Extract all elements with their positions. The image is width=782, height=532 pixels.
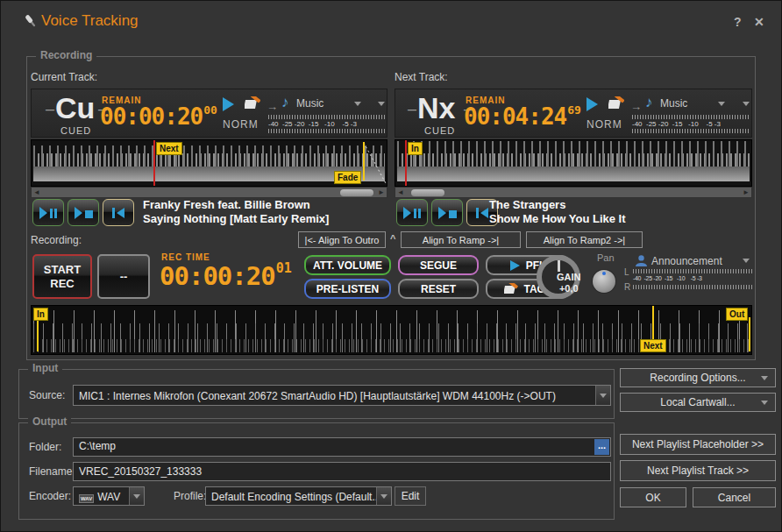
align-to-outro-button[interactable]: |<- Align To Outro <box>298 231 386 248</box>
next-remain-time: 00:04:2469 <box>464 103 581 130</box>
pan-knob[interactable] <box>593 270 615 293</box>
next-playlist-placeholder-button[interactable]: Next Playlist Placeholder >> <box>620 434 776 455</box>
chevron-down-icon[interactable] <box>743 102 750 106</box>
reset-button[interactable]: RESET <box>398 279 479 299</box>
ok-button[interactable]: OK <box>620 487 686 507</box>
profile-select[interactable]: Default Encoding Settings (Default... <box>205 486 392 506</box>
announcement-category[interactable]: Announcement <box>651 255 722 267</box>
source-select[interactable]: MIC1 : Internes Mikrofon (Conexant 20672… <box>73 385 611 406</box>
in-marker-line[interactable] <box>405 140 407 186</box>
source-label: Source: <box>29 389 65 401</box>
gain-value: GAIN +0,0 <box>557 272 581 294</box>
encoder-select[interactable]: WAVWAV <box>73 486 145 506</box>
current-wave-scrollbar[interactable]: ◄ ► <box>31 187 387 198</box>
profile-dropdown-button[interactable] <box>376 487 391 505</box>
next-play-pause-button[interactable] <box>396 199 428 226</box>
cancel-button[interactable]: Cancel <box>693 487 776 507</box>
profile-value: Default Encoding Settings (Default... <box>211 491 380 503</box>
folder-field[interactable]: C:\temp ... <box>73 437 611 457</box>
scroll-right-icon[interactable]: ► <box>378 188 385 196</box>
play-indicator-icon <box>586 97 598 111</box>
input-group: Input Source: MIC1 : Internes Mikrofon (… <box>18 369 615 419</box>
output-group-title: Output <box>28 415 71 428</box>
wav-file-icon: WAV <box>79 494 94 503</box>
chevron-down-icon[interactable] <box>378 102 385 106</box>
align-to-ramp2-button[interactable]: Align To Ramp2 ->| <box>526 231 643 248</box>
browse-folder-button[interactable]: ... <box>594 439 609 455</box>
pre-listen-button[interactable]: PRE-LISTEN <box>304 279 391 299</box>
current-meter-scale: -40 -25 -20 -15 -10 -5 -3 <box>268 120 385 128</box>
dash-button[interactable]: -- <box>97 254 150 299</box>
next-marker-line[interactable] <box>153 140 155 186</box>
timeline-out-label[interactable]: Out <box>726 308 748 321</box>
current-waveform[interactable]: Next Fade <box>31 139 387 187</box>
timeline-in-label[interactable]: In <box>33 308 48 321</box>
align-to-ramp-button[interactable]: Align To Ramp ->| <box>401 231 521 248</box>
encoder-label: Encoder: <box>29 490 71 502</box>
skip-start-icon <box>110 207 126 219</box>
current-norm-label: NORM <box>223 118 259 131</box>
scroll-left-icon[interactable]: ◄ <box>33 188 40 196</box>
pan-knob-pointer <box>602 272 606 275</box>
scrollbar-thumb[interactable] <box>411 189 444 196</box>
current-play-stop-button[interactable] <box>68 199 99 226</box>
encoder-value: WAV <box>97 491 120 503</box>
next-deck-name: Nx <box>417 91 455 124</box>
filename-label: Filename: <box>29 465 75 478</box>
scroll-left-icon[interactable]: ◄ <box>397 188 404 196</box>
current-play-pause-button[interactable] <box>32 199 64 226</box>
start-rec-button[interactable]: START REC <box>32 254 92 299</box>
edit-pencil-icon[interactable] <box>608 96 624 113</box>
next-category[interactable]: Music <box>660 97 687 110</box>
filename-field[interactable] <box>73 462 611 481</box>
fade-marker-line[interactable] <box>363 142 365 181</box>
chevron-down-icon[interactable] <box>743 259 750 263</box>
encoder-dropdown-button[interactable] <box>129 487 144 505</box>
next-deck-state: CUED <box>424 125 455 136</box>
output-group: Output Folder: C:\temp ... Filename: Enc… <box>18 422 615 520</box>
edit-profile-button[interactable]: Edit <box>395 486 426 506</box>
next-playlist-track-button[interactable]: Next Playlist Track >> <box>620 460 776 481</box>
next-marker-label[interactable]: Next <box>156 142 182 155</box>
meter-left-label: L <box>624 267 629 277</box>
help-button[interactable]: ? <box>734 15 742 29</box>
timeline-in-line[interactable] <box>37 317 39 351</box>
current-category[interactable]: Music <box>296 97 323 110</box>
play-indicator-icon <box>223 97 234 111</box>
edit-pencil-icon[interactable] <box>245 96 260 113</box>
music-note-icon: ♪ <box>645 94 653 111</box>
segue-button[interactable]: SEGUE <box>398 255 479 275</box>
chevron-down-icon <box>133 494 140 499</box>
local-cartwall-button[interactable]: Local Cartwall... <box>620 393 776 412</box>
pan-label: Pan <box>597 252 615 263</box>
next-level-meter: -40 -25 -20 -15 -10 -5 -3 <box>632 114 750 134</box>
current-track-label: Current Track: <box>31 71 97 83</box>
source-dropdown-button[interactable] <box>595 386 610 405</box>
scroll-right-icon[interactable]: ► <box>743 188 750 196</box>
timeline-next-label[interactable]: Next <box>640 339 666 352</box>
announcement-meter-scale: -40 -25 -20 -15 -10 -5 -3 <box>633 275 753 282</box>
current-skip-start-button[interactable] <box>103 199 134 226</box>
announcement-person-icon <box>636 254 647 270</box>
in-marker-label[interactable]: In <box>408 142 423 155</box>
microphone-icon <box>23 13 39 32</box>
att-volume-button[interactable]: ATT. VOLUME <box>304 255 391 275</box>
next-wave-scrollbar[interactable]: ◄ ► <box>395 187 752 198</box>
window-title: Voice Tracking <box>41 12 139 30</box>
scrollbar-thumb[interactable] <box>340 189 373 196</box>
play-stop-icon <box>75 207 93 219</box>
deck-dash: – <box>408 100 416 118</box>
close-button[interactable]: ✕ <box>754 15 764 29</box>
chevron-down-icon[interactable] <box>354 102 361 106</box>
timeline-next-line[interactable] <box>652 306 654 341</box>
timeline-out-line[interactable] <box>749 317 750 351</box>
current-deck-panel: – Cu – CUED REMAIN 00:00:2000 → ♪ Music … <box>31 89 387 138</box>
next-waveform[interactable]: In <box>395 139 752 187</box>
rec-time-clock: 00:00:2001 <box>160 261 292 291</box>
fade-marker-label[interactable]: Fade <box>334 171 361 184</box>
next-play-stop-button[interactable] <box>431 199 463 226</box>
recording-options-button[interactable]: Recording Options... <box>620 368 776 387</box>
voice-timeline-waveform[interactable]: In Next Out <box>31 305 752 355</box>
next-track-label: Next Track: <box>395 71 448 83</box>
chevron-down-icon[interactable] <box>718 102 725 106</box>
